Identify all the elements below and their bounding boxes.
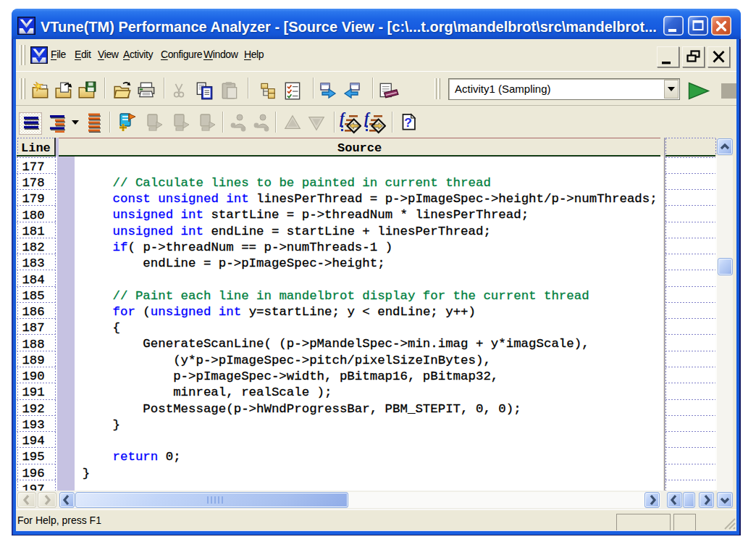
svg-text:?: ? (404, 115, 412, 130)
